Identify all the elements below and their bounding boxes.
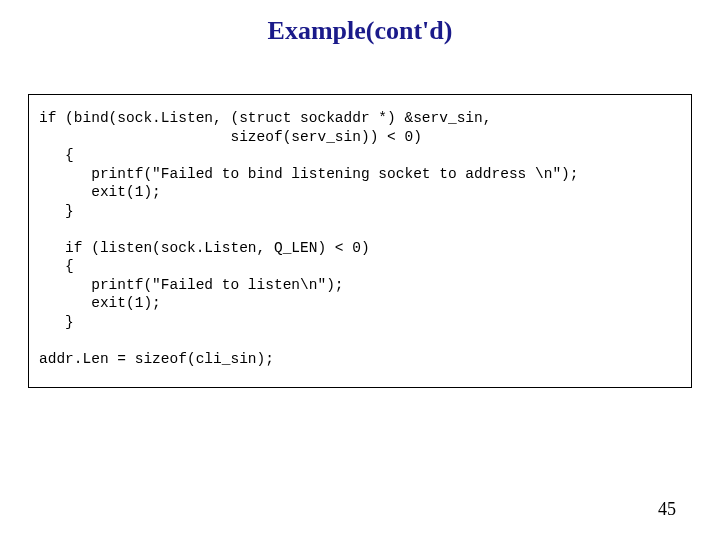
code-block: if (bind(sock.Listen, (struct sockaddr *… [28,94,692,388]
slide: Example(cont'd) if (bind(sock.Listen, (s… [0,0,720,540]
page-number: 45 [658,499,676,520]
slide-title: Example(cont'd) [28,16,692,46]
